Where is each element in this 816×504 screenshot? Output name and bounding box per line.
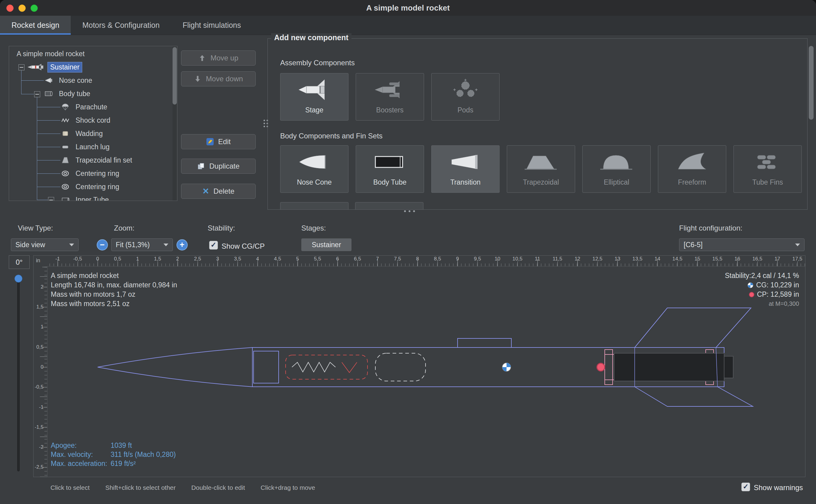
tree-connector	[37, 160, 60, 160]
window-title: A simple model rocket	[0, 0, 816, 16]
vertical-ruler: 21,510,50-0,5-1-1,5-2-2,5	[34, 266, 47, 477]
rotation-slider-track[interactable]	[17, 276, 20, 471]
flight-configuration-dropdown[interactable]: [C6-5]	[679, 238, 805, 251]
arrow-up-icon	[198, 54, 206, 62]
tab-motors-configuration[interactable]: Motors & Configuration	[71, 16, 171, 35]
cp-legend-icon	[749, 292, 754, 297]
zoom-in-button[interactable]: +	[176, 239, 188, 250]
duplicate-icon	[197, 162, 205, 170]
launch-lug-outline	[458, 338, 511, 347]
fin-set-icon	[61, 156, 70, 164]
tree-item-body-tube[interactable]: Body tube	[44, 87, 93, 100]
component-card-partial[interactable]	[280, 202, 348, 210]
component-card-nose-cone[interactable]: Nose Cone	[280, 145, 348, 193]
nose-cone-icon	[292, 146, 337, 178]
statusbar-hints: Click to select Shift+click to select ot…	[50, 484, 329, 491]
tree-item-centering-ring-2[interactable]: Centering ring	[61, 180, 121, 193]
tube-fins-icon	[745, 146, 790, 178]
zoom-label: Zoom:	[114, 224, 134, 232]
elliptical-fin-icon	[594, 146, 639, 178]
rocket-mass-motors-text: Mass with motors 2,51 oz	[51, 299, 177, 309]
body-tube-icon	[44, 89, 53, 98]
shock-cord-icon	[61, 116, 70, 124]
show-warnings-label: Show warnings	[754, 483, 803, 492]
tree-connector	[21, 94, 34, 94]
add-component-panel: Assembly Components Stage	[267, 38, 808, 210]
duplicate-button[interactable]: Duplicate	[181, 159, 256, 174]
tree-item-nose-cone[interactable]: Nose cone	[44, 74, 95, 87]
component-card-tube-fins[interactable]: Tube Fins	[733, 145, 802, 193]
hint-shift-click: Shift+click to select other	[105, 484, 176, 491]
horizontal-splitter-handle[interactable]	[404, 210, 415, 212]
rotation-slider-knob[interactable]	[15, 275, 22, 283]
fin-outline-lower	[635, 387, 753, 406]
component-card-body-tube[interactable]: Body Tube	[356, 145, 424, 193]
pods-icon	[443, 73, 488, 106]
tab-flight-simulations[interactable]: Flight simulations	[171, 16, 252, 35]
hint-double-click: Double-click to edit	[191, 484, 245, 491]
tree-connector	[37, 187, 60, 187]
component-card-elliptical[interactable]: Elliptical	[582, 145, 651, 193]
edit-icon	[206, 138, 214, 146]
cg-legend-icon	[747, 282, 753, 288]
rocket-canvas[interactable]: in -1-0,500,511,522,533,544,555,566,577,…	[33, 255, 805, 477]
centering-ring-icon	[61, 169, 70, 178]
move-up-button[interactable]: Move up	[181, 50, 256, 66]
nose-shoulder-outline	[254, 351, 279, 383]
add-component-title: Add new component	[271, 33, 351, 42]
zoom-out-button[interactable]: −	[97, 239, 108, 250]
tree-scrollbar-thumb[interactable]	[173, 47, 177, 105]
component-card-transition[interactable]: Transition	[431, 145, 500, 193]
view-type-dropdown[interactable]: Side view	[11, 238, 79, 251]
transition-icon	[443, 146, 488, 178]
component-card-pods[interactable]: Pods	[431, 73, 500, 121]
stability-value-text: Stability:2,4 cal / 14,1 %	[725, 271, 799, 280]
hint-click-select: Click to select	[50, 484, 90, 491]
tree-item-trapezoidal-fin-set[interactable]: Trapezoidal fin set	[61, 153, 134, 167]
flight-data-block: Apogee:1039 ft Max. velocity:311 ft/s (M…	[51, 441, 176, 468]
component-card-partial[interactable]	[355, 202, 423, 210]
trapezoidal-fin-icon	[518, 146, 564, 178]
chevron-down-icon	[164, 244, 168, 246]
window-scrollbar-thumb[interactable]	[809, 46, 814, 120]
launch-lug-icon	[61, 143, 70, 151]
expander-sustainer[interactable]	[18, 64, 24, 70]
tree-item-parachute[interactable]: Parachute	[61, 100, 110, 114]
stage-toggle-sustainer[interactable]: Sustainer	[301, 238, 351, 251]
tree-connector	[37, 134, 60, 134]
body-tube-icon	[367, 146, 413, 178]
component-card-boosters[interactable]: Boosters	[356, 73, 424, 121]
component-card-freeform[interactable]: Freeform	[658, 145, 726, 193]
flight-configuration-label: Flight configuration:	[679, 224, 742, 232]
rocket-icon	[27, 63, 44, 71]
edit-button[interactable]: Edit	[181, 134, 256, 149]
delete-button[interactable]: ✕ Delete	[181, 184, 256, 199]
move-down-button[interactable]: Move down	[181, 71, 256, 86]
tree-connector	[37, 120, 60, 121]
tree-item-wadding[interactable]: Wadding	[61, 127, 105, 140]
apogee-label: Apogee:	[51, 441, 111, 450]
tree-item-centering-ring-1[interactable]: Centering ring	[61, 167, 121, 180]
rocket-mass-empty-text: Mass with no motors 1,7 oz	[51, 290, 177, 299]
cp-value-text: CP: 12,589 in	[757, 290, 799, 299]
component-card-stage[interactable]: Stage	[280, 73, 348, 121]
zoom-dropdown[interactable]: Fit (51,3%)	[111, 238, 173, 251]
freeform-fin-icon	[669, 146, 715, 178]
tree-item-sustainer[interactable]: Sustainer	[27, 60, 82, 74]
show-warnings-checkbox[interactable]	[741, 483, 750, 491]
expander-body-tube[interactable]	[34, 91, 40, 97]
tab-rocket-design[interactable]: Rocket design	[0, 16, 71, 35]
tree-item-shock-cord[interactable]: Shock cord	[61, 114, 113, 127]
view-type-label: View Type:	[18, 224, 53, 232]
assembly-cards-row: Stage Boosters	[280, 73, 500, 121]
tree-connector	[37, 107, 60, 107]
tree-item-inner-tube[interactable]: Inner Tube	[61, 193, 111, 201]
rotation-value-box: 0°	[9, 255, 30, 269]
tree-root[interactable]: A simple model rocket	[14, 47, 87, 60]
tree-item-launch-lug[interactable]: Launch lug	[61, 140, 112, 153]
parachute-icon	[61, 103, 70, 111]
motor	[614, 353, 724, 381]
show-cgcp-checkbox[interactable]	[209, 241, 218, 250]
expander-inner-tube[interactable]	[48, 197, 54, 201]
component-card-trapezoidal[interactable]: Trapezoidal	[507, 145, 575, 193]
